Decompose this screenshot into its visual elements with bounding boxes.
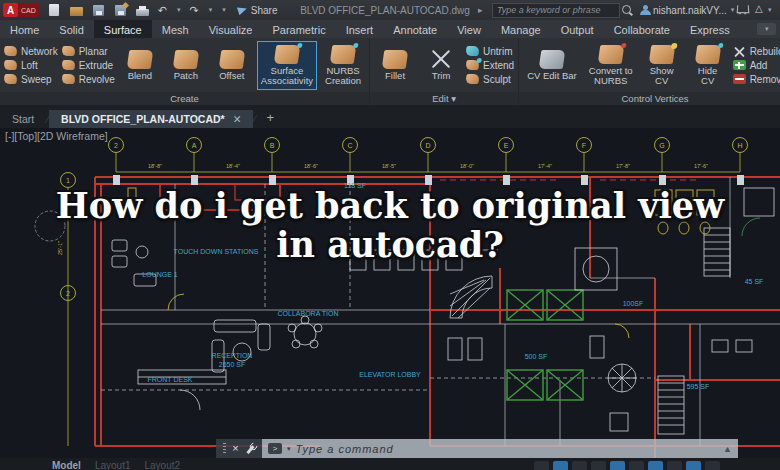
command-bar-close-icon[interactable]: ×: [232, 443, 238, 454]
tool-patch[interactable]: Patch: [165, 46, 207, 85]
tool-sweep[interactable]: Sweep: [4, 74, 58, 85]
tool-label: Fillet: [385, 71, 405, 81]
tool-show-cv[interactable]: ShowCV: [641, 41, 683, 90]
ribbon-tab-visualize[interactable]: Visualize: [199, 20, 263, 38]
tool-label: SurfaceAssociativity: [261, 66, 313, 86]
redo-icon[interactable]: ↷: [190, 4, 199, 17]
status-toggle-9[interactable]: [705, 461, 720, 470]
ribbon-tool-icon: [382, 50, 409, 69]
layout-tab-layout2[interactable]: Layout2: [144, 460, 180, 470]
ribbon-panel-create: NetworkLoftSweepPlanarExtrudeRevolveBlen…: [0, 38, 370, 105]
ribbon-extra-button[interactable]: ▾: [757, 23, 776, 35]
tool-surface-associativity[interactable]: SurfaceAssociativity: [257, 41, 317, 90]
room-label: RECEPTION: [212, 352, 253, 359]
share-button[interactable]: Share: [238, 5, 278, 16]
tool-extrude[interactable]: Extrude: [62, 60, 115, 71]
ribbon-tab-surface[interactable]: Surface: [94, 20, 152, 38]
open-file-icon[interactable]: [70, 7, 83, 16]
ribbon-tab-insert[interactable]: Insert: [336, 20, 384, 38]
new-drawing-tab-button[interactable]: +: [256, 109, 284, 128]
tool-label: Revolve: [79, 74, 115, 85]
tool-loft[interactable]: Loft: [4, 60, 58, 71]
status-toggles: [534, 458, 720, 470]
panel-label-control-vertices[interactable]: Control Vertices: [519, 92, 780, 105]
autodesk-dropdown-icon[interactable]: ▾: [768, 6, 772, 14]
title-expand-icon[interactable]: ▸: [478, 5, 483, 15]
ribbon-tab-mesh[interactable]: Mesh: [152, 20, 199, 38]
ribbon-tool-icon: [733, 46, 746, 56]
tool-extend[interactable]: Extend: [466, 60, 514, 71]
command-history-up-icon[interactable]: ▲: [723, 444, 732, 454]
tool-remove[interactable]: Remove: [733, 74, 780, 85]
tool-untrim[interactable]: Untrim: [466, 46, 514, 57]
undo-dropdown-icon[interactable]: ▾: [177, 6, 181, 14]
status-toggle-2[interactable]: [572, 461, 587, 470]
command-bar-grip[interactable]: [223, 443, 226, 454]
tool-fillet[interactable]: Fillet: [374, 46, 416, 85]
redo-dropdown-icon[interactable]: ▾: [209, 6, 213, 14]
ribbon-tab-collaborate[interactable]: Collaborate: [604, 20, 680, 38]
svg-text:F: F: [582, 142, 586, 149]
plot-icon[interactable]: [136, 9, 149, 16]
tool-add[interactable]: Add: [733, 60, 780, 71]
tool-nurbs-creation[interactable]: NURBSCreation: [321, 41, 365, 90]
ribbon-tab-annotate[interactable]: Annotate: [383, 20, 447, 38]
room-label: 2650 SF: [219, 361, 245, 368]
tool-blend[interactable]: Blend: [119, 46, 161, 85]
search-icon[interactable]: [622, 5, 631, 14]
qat-customize-icon[interactable]: ▾: [222, 6, 226, 14]
drawing-canvas[interactable]: [-][Top][2D Wireframe]: [0, 128, 780, 458]
ribbon-tab-solid[interactable]: Solid: [49, 20, 93, 38]
tool-trim[interactable]: Trim: [420, 46, 462, 85]
room-label: COLLABORA TION: [278, 310, 339, 317]
tool-convert-to-nurbs[interactable]: Convert toNURBS: [585, 41, 637, 90]
ribbon-tab-home[interactable]: Home: [0, 20, 49, 38]
tool-sculpt[interactable]: Sculpt: [466, 74, 514, 85]
save-icon[interactable]: [93, 5, 104, 16]
customize-wrench-icon[interactable]: [245, 444, 255, 454]
ribbon-tab-express-tools[interactable]: Express Tools: [680, 20, 753, 38]
app-store-cart-icon[interactable]: [737, 5, 750, 13]
tool-label: Trim: [432, 71, 451, 81]
status-toggle-8[interactable]: [686, 461, 701, 470]
tool-network[interactable]: Network: [4, 46, 58, 57]
new-file-icon[interactable]: [49, 4, 59, 16]
status-toggle-4[interactable]: [610, 461, 625, 470]
status-toggle-3[interactable]: [591, 461, 606, 470]
svg-text:2: 2: [66, 290, 70, 297]
tool-revolve[interactable]: Revolve: [62, 74, 115, 85]
account-menu[interactable]: nishant.naikVY... ▾: [640, 5, 734, 16]
tool-label: Loft: [21, 60, 38, 71]
room-label: LOUNGE 1: [142, 271, 178, 278]
tool-planar[interactable]: Planar: [62, 46, 115, 57]
ribbon-tab-parametric[interactable]: Parametric: [262, 20, 335, 38]
ribbon-tab-manage[interactable]: Manage: [491, 20, 551, 38]
tool-cv-edit-bar[interactable]: CV Edit Bar: [523, 46, 581, 85]
recent-commands-dropdown-icon[interactable]: ▾: [287, 445, 291, 453]
ribbon-tab-view[interactable]: View: [447, 20, 491, 38]
file-tab-active-document[interactable]: BLVD OFFICE_PLAN-AUTOCAD* ✕: [49, 110, 253, 128]
recent-commands-icon[interactable]: >: [268, 443, 282, 454]
tool-hide-cv[interactable]: HideCV: [687, 41, 729, 90]
autodesk-icon[interactable]: △: [755, 3, 763, 14]
undo-icon[interactable]: ↶: [158, 4, 167, 17]
tool-offset[interactable]: Offset: [211, 46, 253, 85]
status-toggle-1[interactable]: [553, 461, 568, 470]
tool-rebuild[interactable]: Rebuild: [733, 46, 780, 57]
file-tab-start[interactable]: Start: [0, 110, 46, 128]
command-input[interactable]: > ▾ Type a command ▲: [262, 439, 738, 458]
panel-label-edit[interactable]: Edit ▾: [370, 92, 518, 105]
save-as-icon[interactable]: [115, 5, 126, 16]
close-tab-icon[interactable]: ✕: [233, 113, 242, 125]
model-tab[interactable]: Model: [52, 460, 81, 470]
ribbon-tab-output[interactable]: Output: [551, 20, 604, 38]
viewport-controls[interactable]: [-][Top][2D Wireframe]: [5, 130, 108, 142]
autocad-logo[interactable]: A CAD: [3, 3, 39, 17]
panel-label-create[interactable]: Create: [0, 92, 369, 105]
help-search-input[interactable]: Type a keyword or phrase: [492, 3, 620, 18]
status-toggle-7[interactable]: [667, 461, 682, 470]
status-toggle-6[interactable]: [648, 461, 663, 470]
status-toggle-5[interactable]: [629, 461, 644, 470]
layout-tab-layout1[interactable]: Layout1: [95, 460, 131, 470]
status-toggle-0[interactable]: [534, 461, 549, 470]
